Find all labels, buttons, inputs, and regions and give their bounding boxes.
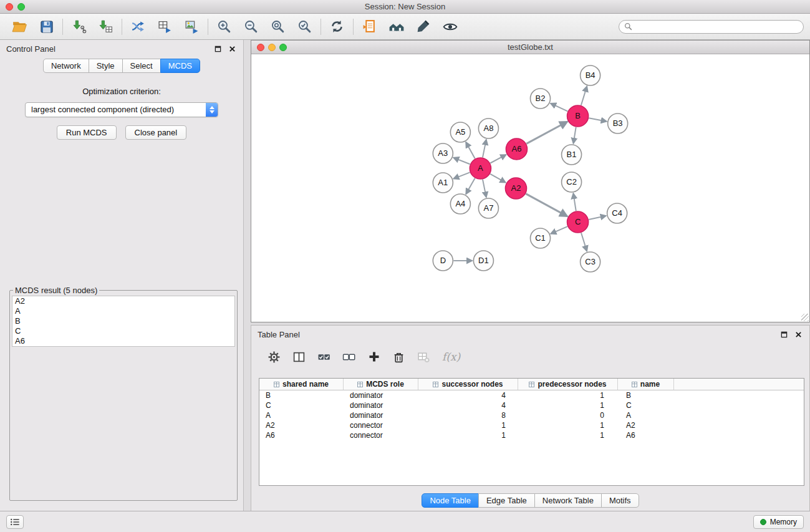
import-network-button[interactable] (65, 16, 92, 37)
optimization-dropdown[interactable]: largest connected component (directed) (25, 102, 218, 117)
column-header-successor-nodes[interactable]: successor nodes (418, 379, 518, 390)
search-input[interactable] (635, 22, 798, 31)
graph-node-D1[interactable]: D1 (473, 251, 493, 271)
graph-node-A6[interactable]: A6 (506, 138, 527, 160)
control-tab-mcds[interactable]: MCDS (160, 59, 200, 73)
graph-node-C[interactable]: C (567, 211, 589, 233)
export-image-button[interactable] (178, 16, 205, 37)
memory-button[interactable]: Memory (753, 515, 804, 529)
graph-node-B1[interactable]: B1 (562, 145, 582, 165)
table-tab-node-table[interactable]: Node Table (422, 493, 479, 508)
graph-node-B3[interactable]: B3 (608, 114, 628, 133)
network-arrows-button[interactable] (125, 16, 152, 37)
column-header-name[interactable]: name (618, 379, 674, 390)
mcds-result-item[interactable]: B (12, 316, 234, 326)
close-panel-button-x[interactable] (227, 44, 237, 54)
table-row-B[interactable]: Bdominator41B (259, 390, 804, 400)
delete-columns-button[interactable] (387, 347, 410, 367)
edge-B-B1[interactable] (573, 127, 576, 143)
table-row-C[interactable]: Cdominator41C (259, 400, 804, 410)
zoom-out-button[interactable] (238, 16, 264, 37)
network-close-button[interactable] (257, 44, 264, 51)
table-tab-edge-table[interactable]: Edge Table (478, 493, 535, 508)
network-zoom-button[interactable] (279, 44, 287, 51)
graph-node-A3[interactable]: A3 (433, 143, 453, 163)
graph-node-A[interactable]: A (470, 158, 491, 179)
import-table-button[interactable] (92, 16, 119, 37)
open-session-button[interactable] (6, 16, 33, 37)
function-builder-button[interactable]: f(x) (437, 351, 460, 363)
column-header-shared-name[interactable]: shared name (259, 379, 344, 390)
task-history-button[interactable] (6, 515, 24, 529)
search-box[interactable] (619, 20, 804, 34)
resize-grip[interactable] (801, 314, 809, 321)
graph-node-A8[interactable]: A8 (478, 118, 498, 138)
edge-C-C3[interactable] (581, 233, 587, 251)
graph-node-D[interactable]: D (433, 251, 453, 271)
network-canvas[interactable]: B4B2BB3A5A8A6B1A3AC2A1A2A4A7C4CC1C3DD1 (251, 54, 809, 322)
select-all-rows-button[interactable] (312, 347, 335, 367)
toggle-columns-button[interactable] (287, 347, 311, 367)
mcds-result-item[interactable]: A2 (12, 296, 234, 306)
edge-A-A3[interactable] (453, 158, 470, 165)
network-minimize-button[interactable] (268, 44, 276, 51)
edge-A6-B[interactable] (526, 122, 567, 143)
edge-A-A4[interactable] (466, 178, 475, 195)
edge-A-A7[interactable] (483, 180, 486, 198)
control-tab-network[interactable]: Network (43, 59, 89, 73)
annotations-button[interactable] (410, 16, 436, 37)
graph-node-A2[interactable]: A2 (505, 178, 526, 199)
table-tab-network-table[interactable]: Network Table (534, 493, 602, 508)
mcds-result-list[interactable]: A2ABCA6 (12, 296, 235, 347)
graph-node-B2[interactable]: B2 (531, 89, 551, 109)
float-table-panel-button[interactable] (779, 329, 789, 339)
edge-A-A6[interactable] (490, 155, 506, 163)
edge-B-B2[interactable] (551, 104, 567, 112)
edge-A-A1[interactable] (453, 172, 470, 178)
table-tab-motifs[interactable]: Motifs (601, 493, 639, 508)
control-tab-select[interactable]: Select (122, 59, 161, 73)
save-session-button[interactable] (33, 16, 60, 37)
close-panel-button[interactable]: Close panel (125, 125, 187, 140)
graph-node-B[interactable]: B (567, 105, 589, 127)
graph-node-C4[interactable]: C4 (607, 203, 627, 223)
titlebar[interactable]: Session: New Session (0, 0, 810, 14)
dropdown-stepper-icon[interactable] (206, 103, 218, 117)
deselect-all-rows-button[interactable] (337, 347, 360, 367)
edge-A-A5[interactable] (466, 142, 475, 158)
node-table-body[interactable]: Bdominator41BCdominator41CAdominator80AA… (259, 390, 804, 485)
graph-node-A1[interactable]: A1 (433, 173, 453, 193)
graph-node-A5[interactable]: A5 (450, 122, 470, 142)
close-table-panel-button[interactable] (793, 329, 803, 339)
graph-node-A7[interactable]: A7 (478, 198, 498, 218)
run-mcds-button[interactable]: Run MCDS (57, 125, 117, 140)
zoom-in-button[interactable] (211, 16, 238, 37)
network-window-titlebar[interactable]: testGlobe.txt (251, 41, 809, 54)
graph-node-A4[interactable]: A4 (450, 194, 470, 214)
table-row-A[interactable]: Adominator80A (259, 410, 804, 420)
graph-node-C3[interactable]: C3 (581, 252, 600, 272)
create-column-button[interactable] (362, 347, 385, 367)
edge-C-C1[interactable] (551, 226, 567, 234)
home-button[interactable] (383, 16, 410, 37)
edge-B-B3[interactable] (589, 118, 607, 121)
show-hide-button[interactable] (436, 16, 463, 37)
delete-table-button[interactable] (412, 347, 435, 367)
graph-node-C1[interactable]: C1 (531, 228, 551, 248)
edge-C-C2[interactable] (573, 193, 576, 211)
column-header-MCDS-role[interactable]: MCDS role (344, 379, 418, 390)
edge-A2-C[interactable] (526, 194, 567, 216)
apply-layout-button[interactable] (324, 16, 350, 37)
table-row-A2[interactable]: A2connector11A2 (259, 420, 804, 430)
close-window-button[interactable] (6, 3, 13, 11)
zoom-window-button[interactable] (17, 3, 25, 11)
network-view[interactable]: B4B2BB3A5A8A6B1A3AC2A1A2A4A7C4CC1C3DD1 (251, 54, 809, 322)
column-header-predecessor-nodes[interactable]: predecessor nodes (518, 379, 618, 390)
float-panel-button[interactable] (213, 44, 223, 54)
column-settings-button[interactable] (263, 347, 286, 367)
export-table-button[interactable] (152, 16, 178, 37)
edge-A-A8[interactable] (483, 140, 486, 158)
mcds-result-item[interactable]: C (12, 326, 234, 336)
mcds-result-item[interactable]: A (12, 306, 234, 316)
zoom-selected-button[interactable] (291, 16, 318, 37)
